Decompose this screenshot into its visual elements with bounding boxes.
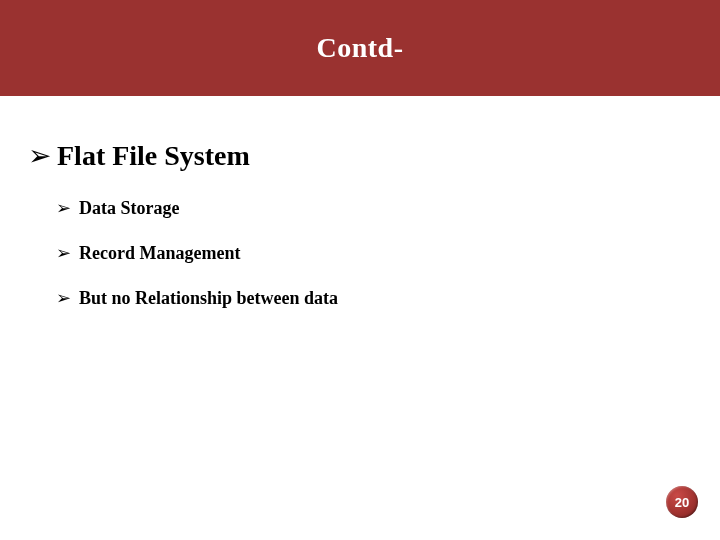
sub-item-label: Data Storage: [79, 198, 179, 219]
title-bar: Contd-: [0, 0, 720, 96]
main-item-label: Flat File System: [57, 140, 250, 172]
main-bullet-item: ➢ Flat File System: [28, 140, 680, 172]
slide: Contd- ➢ Flat File System ➢ Data Storage…: [0, 0, 720, 540]
arrow-icon: ➢: [28, 142, 51, 170]
arrow-icon: ➢: [56, 244, 71, 262]
list-item: ➢ Data Storage: [56, 198, 680, 219]
list-item: ➢ Record Management: [56, 243, 680, 264]
arrow-icon: ➢: [56, 289, 71, 307]
content-area: ➢ Flat File System ➢ Data Storage ➢ Reco…: [28, 140, 680, 333]
arrow-icon: ➢: [56, 199, 71, 217]
page-number: 20: [675, 495, 689, 510]
page-number-badge: 20: [666, 486, 698, 518]
slide-title: Contd-: [316, 32, 403, 64]
sub-list: ➢ Data Storage ➢ Record Management ➢ But…: [56, 198, 680, 309]
list-item: ➢ But no Relationship between data: [56, 288, 680, 309]
sub-item-label: Record Management: [79, 243, 240, 264]
sub-item-label: But no Relationship between data: [79, 288, 338, 309]
